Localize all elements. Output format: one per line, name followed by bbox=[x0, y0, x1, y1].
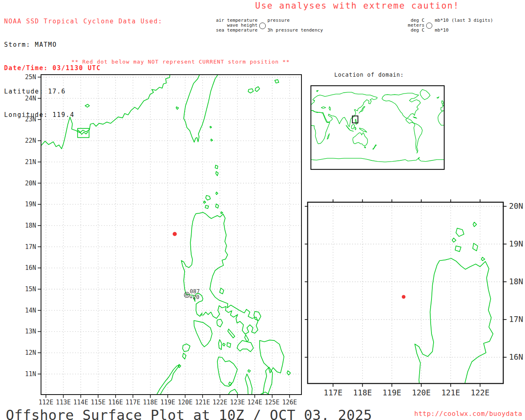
coastline bbox=[437, 97, 439, 98]
coastline bbox=[488, 127, 489, 130]
coastline bbox=[275, 80, 279, 83]
coastline bbox=[183, 353, 186, 359]
coastline bbox=[41, 68, 171, 148]
main-map-lat-label: 25N bbox=[25, 73, 36, 81]
coastline bbox=[461, 134, 463, 139]
zoom-map-lon-label: 119E bbox=[383, 388, 402, 397]
coastline bbox=[248, 89, 253, 93]
main-map-lat-label: 18N bbox=[25, 222, 36, 229]
coastline bbox=[255, 87, 260, 91]
storm-position-dot bbox=[402, 295, 406, 299]
zoom-map-lat-label: 17N bbox=[509, 315, 523, 324]
station-tendency-label: +20 bbox=[189, 294, 199, 300]
coastline bbox=[382, 93, 422, 153]
coastline bbox=[364, 147, 366, 148]
main-map-lon-label: 123E bbox=[230, 399, 245, 406]
main-map-coastlines bbox=[41, 68, 290, 397]
coastline bbox=[442, 100, 444, 104]
coastline bbox=[450, 90, 452, 91]
main-map-lon-label: 119E bbox=[160, 399, 175, 406]
coastline bbox=[308, 92, 377, 127]
zoom-map-lon-label: 117E bbox=[324, 388, 342, 397]
main-map-lat-label: 23N bbox=[25, 116, 36, 123]
coastline bbox=[252, 66, 260, 71]
coastline bbox=[317, 90, 319, 91]
coastline bbox=[355, 119, 357, 125]
coastline bbox=[472, 174, 477, 181]
plot-title: Offshore Surface Plot at 10Z / OCT 03, 2… bbox=[6, 407, 372, 420]
coastline bbox=[181, 212, 258, 334]
coastline bbox=[515, 93, 525, 153]
main-map-lon-label: 116E bbox=[108, 399, 123, 406]
main-map-lon-label: 125E bbox=[265, 399, 280, 406]
coastline bbox=[203, 201, 206, 203]
coastline bbox=[420, 89, 430, 100]
coastline bbox=[473, 243, 478, 251]
main-map-lon-label: 121E bbox=[195, 399, 210, 406]
coastline bbox=[455, 246, 461, 252]
coastline bbox=[498, 147, 499, 148]
coastline bbox=[194, 321, 212, 347]
coastline bbox=[217, 319, 223, 327]
main-map-lat-label: 17N bbox=[25, 243, 36, 251]
coastline bbox=[454, 107, 459, 109]
coastline bbox=[506, 145, 510, 149]
zoom-map-lat-label: 19N bbox=[509, 239, 523, 248]
coastline bbox=[184, 68, 220, 142]
coastline bbox=[176, 107, 178, 109]
zoom-map-lon-label: 122E bbox=[471, 388, 490, 397]
coastline bbox=[216, 204, 219, 208]
coastline bbox=[85, 104, 90, 107]
coastline bbox=[210, 126, 212, 128]
main-map-lat-label: 16N bbox=[25, 264, 36, 272]
coastline bbox=[261, 392, 269, 396]
coastline bbox=[305, 110, 330, 144]
coastline bbox=[228, 329, 235, 338]
zoom-map-lon-label: 121E bbox=[441, 388, 460, 397]
main-map-lat-label: 24N bbox=[25, 95, 36, 102]
coastline bbox=[465, 128, 468, 132]
zoom-map-lon-label: 118E bbox=[353, 388, 372, 397]
main-map-lon-label: 126E bbox=[282, 399, 297, 406]
coastline bbox=[155, 365, 180, 397]
coastline bbox=[452, 238, 456, 242]
coastline bbox=[215, 165, 218, 169]
zoom-map-lat-label: 20N bbox=[509, 201, 523, 210]
main-map-lon-label: 120E bbox=[178, 399, 192, 406]
main-map-grid bbox=[41, 75, 301, 395]
main-map-lat-label: 20N bbox=[25, 180, 36, 187]
coastline bbox=[438, 110, 463, 144]
coastline bbox=[486, 133, 501, 146]
main-map-lat-label: 12N bbox=[25, 349, 36, 356]
coastline bbox=[327, 134, 329, 139]
coastline bbox=[350, 130, 354, 131]
coastline bbox=[413, 117, 417, 118]
coastline bbox=[211, 139, 213, 141]
main-map-lon-label: 117E bbox=[126, 399, 140, 406]
coastline bbox=[260, 340, 284, 373]
coastline bbox=[240, 109, 259, 126]
main-map-lat-label: 19N bbox=[25, 201, 36, 208]
coastline bbox=[308, 100, 310, 104]
coastline bbox=[419, 2, 480, 133]
main-map-lon-label: 112E bbox=[39, 399, 53, 406]
map-canvas: 25N24N23N22N21N20N19N18N17N16N15N14N13N1… bbox=[0, 0, 525, 420]
coastline bbox=[311, 158, 444, 162]
coastline bbox=[216, 192, 218, 194]
coastline bbox=[229, 382, 232, 386]
coastline bbox=[321, 107, 326, 109]
main-map-frame bbox=[41, 75, 301, 395]
coastline bbox=[479, 125, 484, 130]
coastline bbox=[206, 196, 211, 200]
storm-position-dot bbox=[173, 232, 177, 236]
coastline bbox=[245, 374, 252, 396]
coastline bbox=[177, 2, 397, 145]
coastline bbox=[484, 124, 488, 129]
main-map-lat-label: 14N bbox=[25, 307, 36, 314]
coastline bbox=[492, 107, 498, 113]
coastline bbox=[373, 145, 377, 149]
buoy-plot-page: { "header": { "source_line": "NOAA SSD T… bbox=[0, 0, 525, 420]
main-map-lat-label: 21N bbox=[25, 158, 36, 166]
zoom-map-coastlines bbox=[177, 2, 525, 420]
coastline bbox=[220, 288, 224, 294]
